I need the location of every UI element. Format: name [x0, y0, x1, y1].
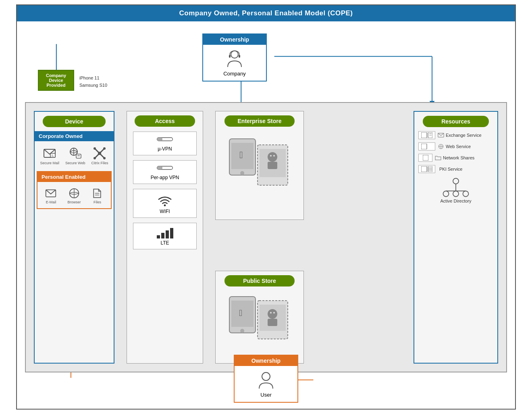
svg-point-54	[268, 309, 277, 319]
ownership-user-title: Ownership	[235, 355, 297, 366]
personal-enabled-title: Personal Enabled	[37, 172, 111, 182]
secure-mail-label: Secure Mail	[40, 161, 60, 165]
svg-point-40	[240, 171, 244, 175]
mu-vpn-icon	[157, 135, 173, 143]
svg-rect-22	[76, 154, 81, 158]
lte-label: LTE	[137, 240, 193, 246]
per-app-vpn-label: Per-app VPN	[137, 175, 193, 180]
svg-rect-63	[421, 144, 427, 149]
files-label: Files	[94, 200, 101, 204]
svg-rect-19	[50, 153, 55, 157]
public-store-device-svg: 	[227, 295, 292, 343]
enterprise-store-title: Enterprise Store	[224, 115, 295, 127]
wifi-label: WIFI	[137, 209, 193, 214]
enterprise-store-panel: Enterprise Store 	[215, 111, 304, 220]
svg-rect-47	[268, 162, 277, 169]
svg-point-80	[262, 372, 270, 381]
web-service-item: Web Service	[418, 142, 493, 151]
files-icon	[91, 188, 103, 199]
web-box-icon	[421, 144, 432, 149]
device-model-labels: iPhone 11 Samsung S10	[79, 75, 107, 89]
secure-mail-icon-item: Secure Mail	[40, 147, 60, 165]
svg-rect-36	[157, 166, 162, 169]
svg-point-25	[94, 157, 96, 159]
svg-point-26	[103, 157, 106, 159]
svg-rect-58	[421, 132, 427, 138]
browser-icon	[69, 188, 80, 199]
svg-point-24	[103, 147, 106, 150]
svg-point-50	[240, 329, 244, 333]
mu-vpn-item: µ-VPN	[133, 132, 197, 155]
pki-service-label: PKI Service	[439, 167, 462, 171]
enterprise-store-devices: 	[216, 131, 303, 195]
corporate-apps-row: Secure Mail Secure Web	[35, 144, 114, 169]
company-label: Company	[223, 71, 246, 77]
main-title: Company Owned, Personal Enabled Model (C…	[179, 9, 353, 17]
secure-web-icon-item: Secure Web	[65, 147, 85, 165]
svg-point-55	[270, 312, 272, 314]
svg-rect-49	[231, 301, 254, 327]
main-container: Device Corporate Owned Secure Mail	[25, 102, 507, 372]
public-store-devices: 	[216, 291, 303, 347]
svg-rect-16	[229, 55, 231, 58]
wifi-icon	[157, 192, 173, 207]
ownership-user-box: Ownership User	[234, 355, 298, 403]
citrix-files-icon-item: Citrix Files	[91, 147, 108, 165]
globe-small-icon	[438, 144, 444, 149]
pki-box-icon	[421, 166, 432, 172]
network-box-icon	[423, 155, 428, 161]
svg-point-75	[453, 191, 459, 197]
network-shares-item: Network Shares	[418, 154, 493, 162]
resources-panel-title: Resources	[423, 116, 489, 127]
folder-small-icon	[435, 155, 441, 161]
svg-point-72	[453, 178, 459, 184]
device-iphone: iPhone 11	[79, 75, 107, 82]
ownership-company-box: Ownership Company	[202, 33, 267, 82]
svg-point-73	[443, 191, 449, 197]
pki-service-item: PKI Service	[418, 165, 493, 173]
svg-text:: 	[239, 149, 243, 160]
secure-web-icon	[69, 147, 82, 160]
email-icon	[45, 188, 56, 199]
citrix-files-label: Citrix Files	[91, 161, 108, 165]
svg-rect-17	[239, 55, 240, 58]
per-app-vpn-icon	[157, 164, 173, 172]
device-panel-title: Device	[43, 116, 106, 127]
device-samsung: Samsung S10	[79, 82, 107, 89]
public-store-panel: Public Store 	[215, 271, 304, 364]
email-small-icon	[438, 132, 444, 138]
active-directory-label: Active Directory	[440, 199, 471, 203]
svg-point-15	[231, 51, 238, 58]
svg-rect-66	[423, 155, 428, 161]
secure-mail-icon	[43, 147, 56, 160]
mu-vpn-label: µ-VPN	[137, 146, 193, 152]
svg-point-74	[463, 191, 469, 197]
secure-web-label: Secure Web	[65, 161, 85, 165]
svg-rect-57	[268, 319, 277, 326]
corporate-owned-section: Corporate Owned	[35, 131, 114, 141]
web-service-label: Web Service	[446, 144, 471, 149]
exchange-box-icon	[421, 132, 432, 138]
per-app-vpn-item: Per-app VPN	[133, 160, 197, 184]
exchange-service-item: Exchange Service	[418, 131, 493, 139]
svg-point-37	[164, 205, 166, 207]
enterprise-store-device-svg: 	[227, 135, 292, 191]
network-shares-label: Network Shares	[443, 155, 474, 160]
user-person-icon	[256, 370, 276, 390]
active-directory-icon	[442, 176, 470, 199]
svg-text:: 	[239, 308, 242, 318]
citrix-files-icon	[93, 147, 106, 160]
exchange-service-label: Exchange Service	[446, 133, 482, 138]
ownership-company-title: Ownership	[203, 34, 266, 45]
email-icon-item: E-Mail	[45, 188, 56, 204]
svg-point-45	[270, 155, 272, 157]
device-panel: Device Corporate Owned Secure Mail	[34, 111, 114, 364]
svg-point-23	[94, 147, 96, 150]
access-panel: Access µ-VPN Per-app VPN	[127, 111, 203, 364]
company-device-label: Company Device Provided	[46, 73, 66, 88]
files-icon-item: Files	[91, 188, 103, 204]
personal-apps-row: E-Mail Browser	[37, 185, 111, 208]
svg-point-44	[268, 152, 277, 162]
company-person-icon	[224, 49, 245, 69]
public-store-title: Public Store	[224, 275, 295, 286]
